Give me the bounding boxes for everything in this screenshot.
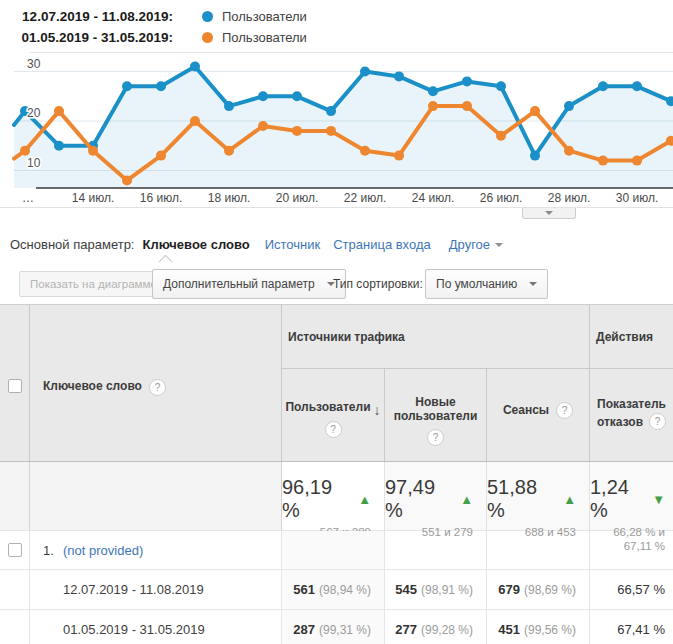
dimension-other-label: Другое [449, 237, 490, 252]
sort-type-label: Тип сортировки: [333, 277, 423, 291]
column-header-sessions-label: Сеансы [503, 403, 549, 417]
secondary-dimension-button[interactable]: Дополнительный параметр [152, 269, 346, 299]
period-a-label: 12.07.2019 - 11.08.2019 [30, 570, 282, 609]
column-header-users[interactable]: Пользователи [282, 369, 385, 461]
row-spacer [0, 610, 30, 644]
help-icon[interactable] [427, 429, 444, 446]
row-select-cell [0, 531, 30, 569]
row-index: 1. [43, 543, 63, 558]
empty-cell [590, 531, 673, 569]
bounce-value-cell: 67,41 % [590, 610, 673, 644]
column-header-sessions[interactable]: Сеансы [487, 369, 590, 461]
svg-text:26 июл.: 26 июл. [480, 191, 522, 205]
data-table: Источники трафика Действия Ключевое слов… [0, 304, 673, 644]
trend-up-icon: ▲ [358, 492, 371, 507]
legend-row-period-b: 01.05.2019 - 31.05.2019: Пользователи [0, 27, 307, 48]
chevron-down-icon [529, 282, 537, 286]
sort-descending-icon[interactable] [374, 402, 381, 418]
legend-period-b: 01.05.2019 - 31.05.2019: [0, 30, 173, 45]
svg-text:22 июл.: 22 июл. [344, 191, 386, 205]
column-header-bounce-label2: отказов [597, 415, 643, 429]
summary-users-pct: 96,19 % [282, 476, 353, 522]
summary-new-users-pct: 97,49 % [385, 476, 455, 522]
new-users-pct: (98,91 %) [421, 583, 473, 597]
users-value: 287 [293, 622, 315, 637]
column-header-users-label: Пользователи [285, 400, 370, 414]
users-value-cell: 287(99,31 %) [282, 610, 385, 644]
column-header-new-users[interactable]: Новыепользователи [385, 369, 487, 461]
help-icon[interactable] [149, 379, 166, 396]
sessions-pct: (99,56 %) [524, 623, 576, 637]
column-header-bounce-rate[interactable]: Показатель отказов [590, 369, 673, 461]
help-icon[interactable] [649, 413, 666, 430]
new-users-value-cell: 277(99,28 %) [385, 610, 487, 644]
svg-text:24 июл.: 24 июл. [412, 191, 454, 205]
trend-up-icon: ▲ [460, 492, 473, 507]
bounce-value-cell: 66,57 % [590, 570, 673, 609]
summary-users-cell: 96,19 %▲ 567 и 289 [282, 462, 385, 530]
trend-down-icon: ▼ [652, 492, 665, 507]
period-b-label: 01.05.2019 - 31.05.2019 [30, 610, 282, 644]
legend-metric-b: Пользователи [222, 30, 307, 45]
secondary-dimension-label: Дополнительный параметр [163, 277, 315, 291]
table-row-period-a: 12.07.2019 - 11.08.2019 561(98,94 %) 545… [0, 569, 673, 609]
chart-legend: 12.07.2019 - 11.08.2019: Пользователи 01… [0, 6, 307, 48]
help-icon[interactable] [325, 421, 342, 438]
sessions-value: 679 [498, 582, 520, 597]
sessions-pct: (98,69 %) [524, 583, 576, 597]
column-header-new-users-label2: пользователи [394, 409, 478, 423]
svg-text:20 июл.: 20 июл. [276, 191, 318, 205]
dimension-keyword-selected[interactable]: Ключевое слово [142, 237, 249, 252]
divider [30, 52, 673, 53]
summary-bounce-cell: 1,24 %▼ 66,28 % и 67,11 % [590, 462, 673, 530]
select-all-checkbox[interactable] [8, 379, 22, 393]
chevron-down-icon [495, 243, 503, 247]
users-value: 561 [293, 582, 315, 597]
summary-bounce-pct: 1,24 % [590, 476, 647, 522]
new-users-value: 545 [395, 582, 417, 597]
help-icon[interactable] [556, 402, 573, 419]
new-users-value-cell: 545(98,91 %) [385, 570, 487, 609]
summary-new-users-cell: 97,49 %▲ 551 и 279 [385, 462, 487, 530]
new-users-value: 277 [395, 622, 417, 637]
users-value-cell: 561(98,94 %) [282, 570, 385, 609]
analytics-report: 12.07.2019 - 11.08.2019: Пользователи 01… [0, 0, 673, 644]
svg-text:28 июл.: 28 июл. [548, 191, 590, 205]
table-row-period-b: 01.05.2019 - 31.05.2019 287(99,31 %) 277… [0, 609, 673, 644]
sort-type-button[interactable]: По умолчанию [425, 269, 548, 299]
dimension-source-link[interactable]: Источник [265, 237, 321, 252]
legend-row-period-a: 12.07.2019 - 11.08.2019: Пользователи [0, 6, 307, 27]
row-checkbox[interactable] [8, 543, 22, 557]
show-on-chart-button[interactable]: Показать на диаграмме [19, 271, 168, 297]
chevron-down-icon [545, 211, 553, 215]
summary-spacer [30, 462, 282, 530]
sessions-value-cell: 451(99,56 %) [487, 610, 590, 644]
svg-text:18 июл.: 18 июл. [208, 191, 250, 205]
orange-series-dot-icon [202, 32, 213, 43]
empty-cell [385, 531, 487, 569]
table-toolbar: Показать на диаграмме Дополнительный пар… [0, 262, 673, 304]
users-pct: (98,94 %) [319, 583, 371, 597]
keyword-link[interactable]: (not provided) [63, 543, 143, 558]
group-behavior: Действия [590, 305, 673, 369]
column-header-new-users-label: Новые [415, 395, 455, 409]
row-spacer [0, 570, 30, 609]
dimension-landing-page-link[interactable]: Страница входа [333, 237, 431, 252]
users-line-chart: 102030…14 июл.16 июл.18 июл.20 июл.22 ию… [0, 55, 673, 205]
table-summary-row: 96,19 %▲ 567 и 289 97,49 %▲ 551 и 279 51… [0, 461, 673, 530]
column-header-keyword-label: Ключевое слово [43, 379, 142, 393]
empty-cell [282, 531, 385, 569]
column-header-bounce-label: Показатель [597, 397, 666, 411]
column-header-keyword[interactable]: Ключевое слово [30, 369, 282, 461]
dimension-other-dropdown[interactable]: Другое [449, 237, 503, 252]
users-pct: (99,31 %) [319, 623, 371, 637]
summary-sessions-cell: 51,88 %▲ 688 и 453 [487, 462, 590, 530]
svg-text:30: 30 [27, 57, 41, 71]
collapse-chart-button[interactable] [522, 208, 576, 219]
empty-cell [487, 531, 590, 569]
keyword-cell: 1. (not provided) [30, 531, 282, 569]
svg-text:10: 10 [27, 156, 41, 170]
group-traffic-sources: Источники трафика [282, 305, 590, 369]
table-row-keyword: 1. (not provided) [0, 530, 673, 569]
trend-up-icon: ▲ [563, 492, 576, 507]
